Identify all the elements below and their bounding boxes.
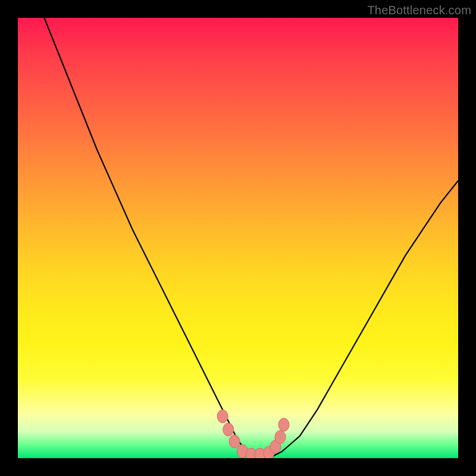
bottleneck-curve <box>44 18 458 456</box>
curve-marker <box>270 440 281 453</box>
curve-marker <box>237 444 248 458</box>
curve-marker <box>278 418 289 431</box>
curve-marker <box>229 435 240 448</box>
curve-marker <box>275 431 286 444</box>
curve-marker <box>246 448 256 458</box>
watermark-text: TheBottleneck.com <box>367 4 471 17</box>
marker-group <box>217 410 289 458</box>
chart-frame: TheBottleneck.com <box>0 0 476 476</box>
curve-svg <box>18 18 458 458</box>
curve-marker <box>223 423 234 436</box>
curve-marker <box>255 448 265 458</box>
plot-area <box>18 18 458 458</box>
curve-marker <box>264 446 274 458</box>
curve-marker <box>217 410 228 423</box>
